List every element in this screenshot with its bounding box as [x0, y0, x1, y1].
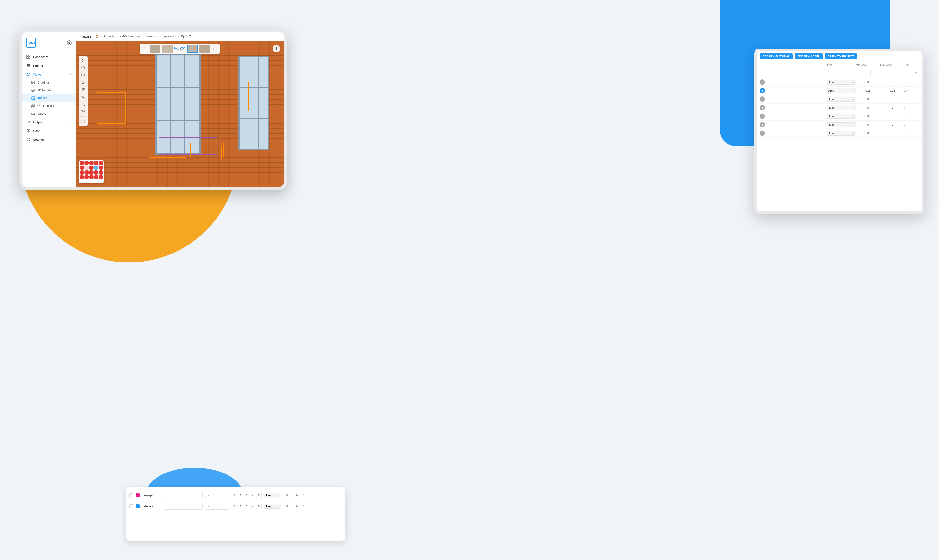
label-name: deteriorat...: [142, 505, 162, 508]
item-type-select[interactable]: Item ∨: [264, 493, 281, 498]
label-dropdown[interactable]: ∨: [205, 492, 229, 499]
num-4[interactable]: 4: [250, 493, 256, 498]
table-row: 5 Item ∨ 0 0 /−: [757, 120, 922, 129]
type-select[interactable]: Item ∨: [827, 122, 856, 127]
sidebar-item-cost[interactable]: Cost ›: [22, 126, 75, 135]
map-icon: [31, 104, 35, 108]
min-cost-input[interactable]: 0: [856, 98, 880, 101]
num-4[interactable]: 4: [250, 504, 256, 509]
min-cost-input[interactable]: 0: [856, 123, 880, 126]
label-text-input[interactable]: [164, 492, 203, 499]
num-1[interactable]: 1: [232, 504, 237, 509]
breadcrumb-projects[interactable]: Projects: [104, 35, 114, 38]
type-select[interactable]: Item ∨: [827, 114, 856, 118]
max-cost-input[interactable]: 0: [880, 98, 905, 101]
sidebar-item-views[interactable]: Views ∨: [22, 70, 75, 79]
undo-tool[interactable]: [80, 80, 86, 85]
label-dropdown[interactable]: ∨: [205, 503, 229, 510]
sidebar-item-videos[interactable]: Videos: [22, 110, 75, 118]
sidebar-item-3dmodels[interactable]: 3D Models: [22, 86, 75, 94]
svg-line-24: [84, 98, 85, 99]
category-dropdown[interactable]: ∨: [870, 69, 919, 76]
chevron-right-icon: ›: [71, 129, 72, 132]
min-cost-input[interactable]: 0: [856, 81, 880, 84]
zoom-out-tool[interactable]: [80, 102, 86, 107]
rectangle-tool[interactable]: [80, 72, 86, 78]
radio-button[interactable]: [67, 40, 72, 45]
row-number: 5: [760, 122, 765, 128]
redo-tool[interactable]: [80, 87, 86, 92]
type-select[interactable]: Item ∨: [827, 80, 856, 85]
edit-icon[interactable]: /−: [905, 106, 919, 109]
edit-icon[interactable]: /−: [905, 81, 919, 84]
sidebar-item-project[interactable]: Project ›: [22, 61, 75, 70]
min-cost-input[interactable]: 0: [856, 132, 880, 135]
prev-button[interactable]: <: [143, 46, 148, 52]
edit-icon[interactable]: /−: [905, 123, 919, 126]
label-text-input[interactable]: [164, 503, 203, 510]
sidebar-item-orthomosaics[interactable]: Orthomosaics: [22, 102, 75, 110]
row-number: 5: [760, 80, 765, 85]
sidebar-item-settings[interactable]: Settings ›: [22, 135, 75, 144]
map-thumbnail: 📍 Leaflet: [79, 160, 103, 183]
next-button[interactable]: >: [211, 46, 217, 52]
breadcrumb-brooklyn[interactable]: Ps10k Brooklyn: [119, 35, 140, 38]
add-material-button[interactable]: ADD NEW MATERIAL: [760, 54, 793, 59]
edit-icon[interactable]: /−: [905, 98, 919, 101]
type-select[interactable]: Area ∨: [827, 88, 856, 93]
type-select[interactable]: Item ∨: [827, 131, 856, 135]
min-cost-input[interactable]: 0: [856, 115, 880, 118]
cursor-tool[interactable]: [80, 58, 86, 63]
max-cost-input[interactable]: 0: [880, 123, 905, 126]
video-icon: [31, 112, 35, 116]
crop-tool[interactable]: [80, 118, 86, 125]
grid-tool[interactable]: [80, 109, 86, 114]
sidebar-item-images[interactable]: Images: [22, 94, 75, 102]
zoom-in-tool[interactable]: [80, 94, 86, 100]
breadcrumb-drawings[interactable]: Drawings: [145, 35, 157, 38]
num-2[interactable]: 2: [238, 504, 243, 509]
apply-project-button[interactable]: APPLY TO PROJECT: [825, 54, 857, 59]
min-val: 0: [283, 505, 291, 508]
min-cost-input[interactable]: 0: [856, 106, 880, 109]
edit-icon[interactable]: /-: [303, 494, 305, 497]
edit-icon[interactable]: /−: [905, 115, 919, 118]
sidebar-item-dashboard[interactable]: Dashboard: [22, 52, 75, 61]
num-3[interactable]: 3: [244, 493, 249, 498]
row-checkbox[interactable]: [129, 505, 133, 508]
logo: T2 D2: [26, 38, 36, 48]
type-select[interactable]: Item ∨: [827, 105, 856, 110]
max-cost-input[interactable]: 0: [880, 81, 905, 84]
thumbnail[interactable]: [199, 45, 210, 53]
num-3[interactable]: 3: [244, 504, 249, 509]
current-image-info: DJI_0024 32/55: [174, 46, 186, 52]
max-cost-input[interactable]: 0: [880, 106, 905, 109]
thumbnail[interactable]: [162, 45, 172, 53]
max-cost-input[interactable]: 0.15: [880, 89, 905, 92]
item-type-select[interactable]: Item ∨: [264, 504, 281, 509]
thumbnail[interactable]: [150, 45, 160, 53]
settings-icon: [26, 137, 31, 142]
min-cost-input[interactable]: 0.05: [856, 89, 880, 92]
sidebar-item-drawings[interactable]: Drawings: [22, 79, 75, 86]
max-cost-column-header: Max Cost: [880, 63, 905, 66]
table-row: 5 Item ∨ 0 0 /−: [757, 112, 922, 120]
num-5[interactable]: 5: [256, 504, 262, 509]
breadcrumb-elevation[interactable]: Elevation 3: [162, 35, 176, 38]
edit-icon[interactable]: /-: [303, 505, 305, 508]
breadcrumb-current[interactable]: Dji_0024: [181, 35, 192, 38]
polygon-tool[interactable]: [80, 65, 86, 71]
edit-icon[interactable]: /−: [905, 132, 919, 135]
unit-column-header: Unit: [905, 63, 919, 66]
type-select[interactable]: Item ∨: [827, 97, 856, 102]
num-1[interactable]: 1: [232, 493, 237, 498]
add-label-button[interactable]: ADD NEW LABEL: [794, 54, 823, 59]
info-button[interactable]: ℹ: [273, 45, 280, 52]
row-checkbox[interactable]: [129, 494, 133, 497]
sidebar-item-output[interactable]: Output ›: [22, 118, 75, 126]
max-cost-input[interactable]: 0: [880, 115, 905, 118]
max-cost-input[interactable]: 0: [880, 132, 905, 135]
num-5[interactable]: 5: [256, 493, 262, 498]
num-2[interactable]: 2: [238, 493, 243, 498]
thumbnail-active[interactable]: [187, 45, 198, 53]
